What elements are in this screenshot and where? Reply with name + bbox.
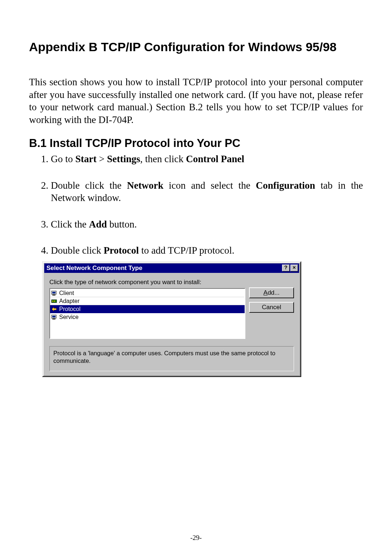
svg-rect-8 bbox=[53, 319, 55, 319]
text: Click the bbox=[51, 219, 89, 230]
add-underline: A bbox=[264, 289, 268, 296]
list-item-label: Protocol bbox=[59, 306, 81, 312]
text: button. bbox=[107, 219, 137, 230]
close-button[interactable]: × bbox=[290, 265, 298, 271]
help-button[interactable]: ? bbox=[282, 265, 290, 271]
svg-rect-7 bbox=[52, 316, 56, 318]
add-button[interactable]: Add... bbox=[249, 287, 294, 298]
text: Go to bbox=[51, 153, 75, 164]
bold-start: Start bbox=[75, 153, 97, 164]
component-type-listbox[interactable]: Client Adapter Protocol bbox=[49, 288, 245, 339]
list-item-label: Client bbox=[59, 290, 74, 296]
step-1: Go to Start > Settings, then click Contr… bbox=[51, 153, 363, 165]
text: > bbox=[97, 153, 107, 164]
list-item-client[interactable]: Client bbox=[50, 289, 245, 297]
service-icon bbox=[51, 314, 58, 320]
document-page: Appendix B TCP/IP Configuration for Wind… bbox=[0, 0, 392, 557]
svg-rect-5 bbox=[54, 300, 55, 302]
text: to add TCP/IP protocol. bbox=[139, 245, 234, 256]
adapter-icon bbox=[51, 298, 58, 304]
dialog-window: Select Network Component Type ? × Click … bbox=[42, 261, 301, 377]
steps-list: Go to Start > Settings, then click Contr… bbox=[29, 153, 363, 257]
bold-protocol: Protocol bbox=[103, 245, 139, 256]
client-icon bbox=[51, 290, 58, 296]
step-2: Double click the Network icon and select… bbox=[51, 179, 363, 204]
step-3: Click the Add button. bbox=[51, 218, 363, 231]
page-number: -29- bbox=[0, 534, 392, 542]
text: Double click bbox=[51, 245, 103, 256]
step-4: Double click Protocol to add TCP/IP prot… bbox=[51, 244, 363, 257]
section-heading: B.1 Install TCP/IP Protocol into Your PC bbox=[29, 137, 363, 150]
close-icon: × bbox=[293, 265, 296, 271]
list-item-service[interactable]: Service bbox=[50, 313, 245, 321]
list-item-label: Adapter bbox=[59, 298, 79, 304]
description-box: Protocol is a 'language' a computer uses… bbox=[49, 346, 294, 371]
dialog-body: Click the type of network component you … bbox=[44, 273, 299, 375]
dialog-titlebar[interactable]: Select Network Component Type ? × bbox=[44, 263, 299, 273]
svg-rect-2 bbox=[53, 295, 55, 295]
intro-paragraph: This section shows you how to install TC… bbox=[29, 76, 363, 126]
text: , then click bbox=[140, 153, 186, 164]
list-item-adapter[interactable]: Adapter bbox=[50, 297, 245, 305]
protocol-icon bbox=[51, 306, 58, 312]
bold-configuration: Configuration bbox=[256, 180, 315, 191]
svg-rect-1 bbox=[52, 292, 56, 294]
bold-add: Add bbox=[89, 219, 107, 230]
text: Double click the bbox=[51, 180, 127, 191]
question-icon: ? bbox=[284, 265, 287, 271]
add-rest: dd... bbox=[268, 289, 279, 296]
bold-settings: Settings bbox=[107, 153, 140, 164]
dialog-inner: Select Network Component Type ? × Click … bbox=[43, 262, 301, 376]
list-item-protocol[interactable]: Protocol bbox=[50, 305, 245, 313]
svg-rect-4 bbox=[52, 300, 53, 302]
dialog-instruction: Click the type of network component you … bbox=[49, 279, 245, 286]
appendix-heading: Appendix B TCP/IP Configuration for Wind… bbox=[29, 40, 363, 54]
bold-network: Network bbox=[127, 180, 163, 191]
dialog-title: Select Network Component Type bbox=[46, 265, 281, 272]
text: icon and select the bbox=[163, 180, 256, 191]
list-item-label: Service bbox=[59, 314, 78, 320]
bold-controlpanel: Control Panel bbox=[186, 153, 244, 164]
cancel-button[interactable]: Cancel bbox=[249, 302, 294, 313]
